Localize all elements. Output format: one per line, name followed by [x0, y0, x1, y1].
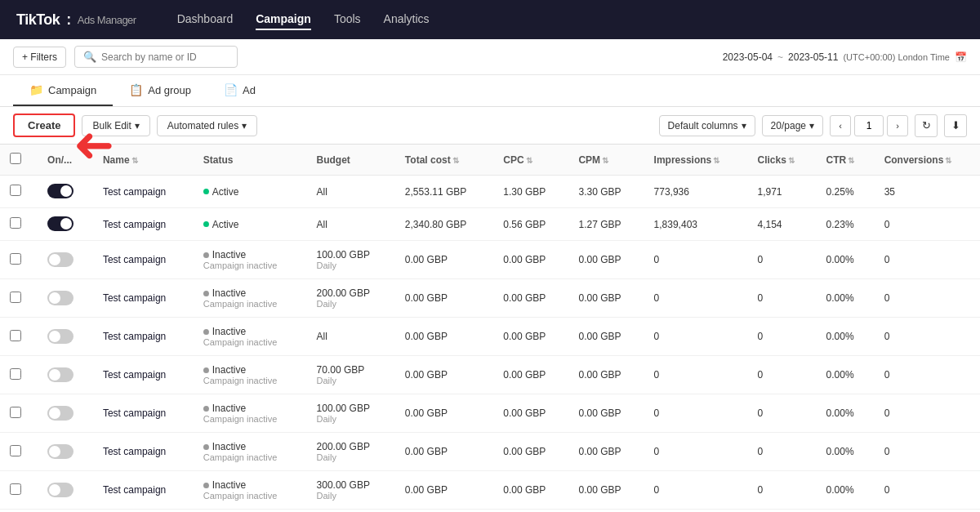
col-clicks[interactable]: Clicks⇅	[747, 145, 816, 176]
campaign-clicks: 0	[747, 471, 816, 510]
date-start[interactable]: 2023-05-04	[723, 51, 773, 63]
filters-button[interactable]: + Filters	[13, 47, 66, 68]
campaign-total-cost: 0.00 GBP	[395, 241, 493, 279]
campaign-name[interactable]: Test campaign	[93, 510, 194, 513]
campaign-total-cost: 0.00 GBP	[395, 318, 493, 356]
row-checkbox[interactable]	[10, 445, 21, 456]
top-navigation: TikTok: Ads Manager Dashboard Campaign T…	[0, 0, 980, 39]
campaign-name[interactable]: Test campaign	[93, 471, 194, 510]
tab-ad[interactable]: 📄 Ad	[207, 75, 272, 106]
table-row: Test campaignInactiveCampaign inactive10…	[0, 394, 980, 433]
toggle-off[interactable]	[47, 252, 74, 267]
page-number-input[interactable]	[854, 115, 884, 136]
campaign-name[interactable]: Test campaign	[93, 279, 194, 318]
default-columns-button[interactable]: Default columns ▾	[659, 115, 755, 136]
col-checkbox	[0, 145, 38, 176]
select-all-checkbox[interactable]	[10, 153, 21, 164]
date-end[interactable]: 2023-05-11	[788, 51, 838, 63]
campaigns-table: On/... Name⇅ Status Budget Total cost⇅ C…	[0, 145, 980, 512]
campaign-cpm: 0.00 GBP	[568, 433, 644, 471]
toggle-off[interactable]	[47, 483, 74, 497]
campaign-clicks: 0	[747, 279, 816, 318]
ad-tab-icon: 📄	[224, 83, 238, 96]
col-total-cost[interactable]: Total cost⇅	[395, 145, 493, 176]
toggle-off[interactable]	[47, 367, 74, 382]
campaign-clicks: 0	[747, 318, 816, 356]
campaign-status: InactiveCampaign inactive	[194, 433, 307, 471]
row-checkbox[interactable]	[10, 185, 21, 196]
per-page-button[interactable]: 20/page ▾	[762, 115, 823, 136]
col-conversions[interactable]: Conversions⇅	[875, 145, 980, 176]
toggle-off[interactable]	[47, 444, 74, 459]
tabs-row: 📁 Campaign 📋 Ad group 📄 Ad	[0, 75, 980, 107]
row-checkbox[interactable]	[10, 368, 21, 380]
create-button[interactable]: Create	[13, 114, 75, 137]
campaign-conversions: 0	[875, 279, 980, 318]
campaign-clicks: 0	[747, 510, 816, 513]
ad-tab-label: Ad	[243, 84, 256, 96]
col-ctr[interactable]: CTR⇅	[817, 145, 875, 176]
col-cpc[interactable]: CPC⇅	[493, 145, 568, 176]
tab-adgroup[interactable]: 📋 Ad group	[113, 75, 207, 106]
campaign-budget: 200.00 GBPDaily	[307, 279, 395, 318]
campaign-cpc: 1.30 GBP	[493, 176, 568, 208]
bulk-edit-chevron-icon: ▾	[135, 120, 140, 131]
row-checkbox[interactable]	[10, 407, 21, 418]
row-checkbox[interactable]	[10, 292, 21, 303]
campaign-status: InactiveCampaign inactive	[194, 279, 307, 318]
toggle-on[interactable]	[47, 216, 74, 231]
refresh-button[interactable]: ↻	[915, 114, 938, 137]
campaign-impressions: 0	[644, 318, 748, 356]
campaign-conversions: 0	[875, 208, 980, 241]
campaign-name[interactable]: Test campaign	[93, 394, 194, 433]
prev-page-button[interactable]: ‹	[830, 115, 851, 136]
automated-rules-button[interactable]: Automated rules ▾	[157, 115, 257, 136]
col-name[interactable]: Name⇅	[93, 145, 194, 176]
campaign-budget: All	[307, 176, 395, 208]
brand-name: TikTok	[16, 11, 60, 29]
toggle-off[interactable]	[47, 291, 74, 305]
campaign-budget: 100.00 GBPDaily	[307, 394, 395, 433]
toggle-on[interactable]	[47, 184, 74, 198]
calendar-icon[interactable]: 📅	[955, 51, 967, 63]
table-row: Test campaignInactiveCampaign inactive20…	[0, 433, 980, 471]
toggle-off[interactable]	[47, 406, 74, 421]
campaign-name[interactable]: Test campaign	[93, 208, 194, 241]
campaign-name[interactable]: Test campaign	[93, 241, 194, 279]
adgroup-tab-label: Ad group	[148, 84, 191, 96]
row-checkbox[interactable]	[10, 217, 21, 229]
campaign-ctr: 0.00%	[817, 318, 875, 356]
campaign-name[interactable]: Test campaign	[93, 176, 194, 208]
nav-analytics[interactable]: Analytics	[384, 9, 430, 30]
campaign-ctr: 0.00%	[817, 471, 875, 510]
row-checkbox[interactable]	[10, 253, 21, 265]
actions-row: Create Bulk Edit ▾ Automated rules ▾ Def…	[0, 107, 980, 145]
campaign-cpm: 0.00 GBP	[568, 471, 644, 510]
campaign-name[interactable]: Test campaign	[93, 433, 194, 471]
row-checkbox[interactable]	[10, 330, 21, 341]
brand-separator: :	[66, 11, 71, 29]
bulk-edit-button[interactable]: Bulk Edit ▾	[82, 115, 149, 136]
toolbar-row: + Filters 🔍 2023-05-04 ~ 2023-05-11 (UTC…	[0, 39, 980, 75]
col-cpm[interactable]: CPM⇅	[568, 145, 644, 176]
search-input[interactable]	[101, 51, 229, 63]
download-button[interactable]: ⬇	[944, 114, 967, 137]
automated-rules-label: Automated rules	[167, 120, 238, 131]
campaign-ctr: 0.00%	[817, 356, 875, 394]
campaign-conversions: 35	[875, 176, 980, 208]
campaign-cpm: 0.00 GBP	[568, 510, 644, 513]
campaign-tab-label: Campaign	[48, 84, 96, 96]
adgroup-tab-icon: 📋	[129, 83, 143, 96]
col-impressions[interactable]: Impressions⇅	[644, 145, 748, 176]
nav-tools[interactable]: Tools	[334, 9, 361, 30]
campaign-name[interactable]: Test campaign	[93, 318, 194, 356]
toggle-off[interactable]	[47, 329, 74, 344]
tab-campaign[interactable]: 📁 Campaign	[13, 75, 113, 106]
campaign-cpm: 0.00 GBP	[568, 241, 644, 279]
nav-campaign[interactable]: Campaign	[256, 9, 311, 30]
campaign-name[interactable]: Test campaign	[93, 356, 194, 394]
nav-dashboard[interactable]: Dashboard	[177, 9, 234, 30]
brand-sub: Ads Manager	[78, 14, 136, 26]
row-checkbox[interactable]	[10, 483, 21, 495]
next-page-button[interactable]: ›	[887, 115, 908, 136]
